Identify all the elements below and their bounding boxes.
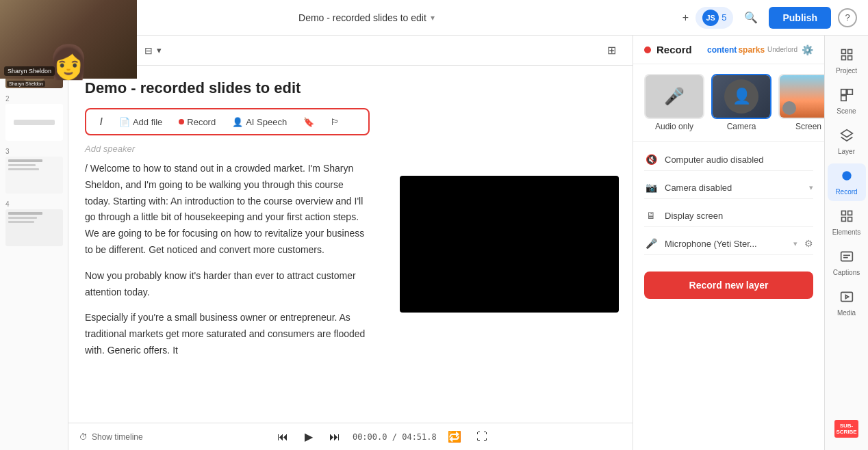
nav-media[interactable]: Media	[828, 284, 866, 322]
nav-project[interactable]: Project	[828, 42, 866, 80]
add-file-icon: 📄	[119, 117, 130, 127]
add-collaborator-icon[interactable]: +	[682, 12, 689, 24]
add-file-label: Add file	[133, 117, 162, 127]
source-audio-only[interactable]: 🎤 Audio only	[644, 74, 704, 131]
slide-thumb-4[interactable]: 4	[4, 199, 64, 248]
slide-thumb-3[interactable]: 3	[4, 146, 64, 195]
subscribe-button[interactable]: SUB-SCRIBE	[834, 420, 858, 438]
search-button[interactable]: 🔍	[740, 7, 762, 29]
display-screen-setting[interactable]: 🖥 Display screen	[644, 204, 813, 227]
write-tab[interactable]: ✏️ Write	[79, 41, 133, 60]
slide-thumb-1[interactable]: 1 👩 Sharyn Sheldon	[4, 41, 64, 90]
record-panel: Record content sparks Underlord ⚙️ 🎤 Aud…	[633, 36, 824, 450]
maximize-button[interactable]	[26, 13, 36, 23]
slash-button[interactable]: /	[93, 114, 110, 130]
write-icon: ✏️	[88, 45, 99, 56]
captions-icon	[840, 250, 854, 267]
slide-title: Demo - recorded slides to edit	[85, 79, 370, 97]
brand-logo-area: content sparks Underlord ⚙️	[707, 44, 813, 55]
skip-back-button[interactable]: ⏮	[273, 427, 292, 447]
svg-marker-7	[841, 130, 852, 137]
record-title: Record	[656, 44, 692, 55]
skip-forward-button[interactable]: ⏭	[325, 427, 344, 447]
record-new-layer-button[interactable]: Record new layer	[644, 272, 813, 299]
svg-rect-0	[841, 50, 845, 54]
loop-button[interactable]: 🔁	[445, 427, 464, 447]
collaborator-group[interactable]: JS 5	[695, 7, 733, 29]
add-file-button[interactable]: 📄 Add file	[112, 114, 169, 130]
split-view-button[interactable]: ⊞	[601, 40, 622, 61]
source-options: 🎤 Audio only 👤 Camera	[633, 64, 824, 142]
media-icon	[840, 290, 854, 307]
svg-rect-13	[841, 252, 852, 261]
slide-thumb-2[interactable]: 2	[4, 94, 64, 142]
microphone-setting[interactable]: 🎤 Microphone (Yeti Ster... ▾ ⚙	[644, 233, 813, 255]
microphone-label: Microphone (Yeti Ster...	[665, 239, 787, 249]
svg-rect-2	[841, 56, 845, 60]
computer-audio-setting[interactable]: 🔇 Computer audio disabled	[644, 148, 813, 171]
svg-rect-9	[841, 211, 845, 215]
layout-tab[interactable]: ⊟ ▾	[136, 41, 170, 60]
main-area: 1 👩 Sharyn Sheldon 2 3	[0, 36, 868, 450]
paragraph-2: Now you probably know it's harder than e…	[85, 268, 370, 301]
svg-rect-4	[841, 90, 846, 95]
source-camera[interactable]: 👤 Camera	[711, 74, 771, 131]
nav-scene[interactable]: Scene	[828, 83, 866, 120]
camera-setting-icon: 📷	[644, 181, 658, 194]
record-title-area: Record	[644, 44, 692, 55]
record-button[interactable]: Record	[172, 114, 222, 130]
ai-speech-label: AI Speech	[246, 117, 287, 127]
add-speaker-label[interactable]: Add speaker	[85, 144, 370, 154]
captions-label: Captions	[833, 269, 860, 276]
publish-button[interactable]: Publish	[769, 7, 831, 29]
nav-elements[interactable]: Elements	[828, 204, 866, 241]
record-nav-label: Record	[835, 188, 857, 196]
svg-marker-17	[845, 295, 848, 299]
text-panel[interactable]: Demo - recorded slides to edit / 📄 Add f…	[68, 66, 386, 423]
help-button[interactable]: ?	[838, 8, 857, 27]
nav-captions[interactable]: Captions	[828, 244, 866, 282]
layout-chevron: ▾	[157, 45, 162, 55]
editor-toolbar: ✏️ Write ⊟ ▾ ⊞	[68, 36, 633, 66]
source-screen[interactable]: Screen	[778, 74, 824, 131]
window-controls	[11, 13, 51, 23]
toolbar-tabs: ✏️ Write ⊟ ▾	[79, 41, 170, 60]
nav-record[interactable]: Record	[828, 163, 866, 201]
slide-preview-2	[5, 104, 63, 141]
layer-label: Layer	[838, 148, 855, 155]
playback-controls: ⏮ ▶ ⏭	[273, 427, 344, 447]
settings-icon[interactable]: ⚙️	[802, 44, 813, 55]
ai-speech-button[interactable]: 👤 AI Speech	[225, 114, 294, 130]
svg-rect-6	[841, 96, 846, 101]
record-dot-icon	[179, 119, 184, 124]
mic-settings-icon[interactable]: ⚙	[804, 238, 813, 249]
close-button[interactable]	[41, 13, 51, 23]
topbar: Demo - recorded slides to edit ▾ + JS 5 …	[0, 0, 868, 36]
text-content[interactable]: / Welcome to how to stand out in a crowd…	[85, 161, 370, 359]
screen-preview	[778, 74, 824, 119]
play-button[interactable]: ▶	[299, 427, 318, 447]
fullscreen-button[interactable]: ⛶	[472, 427, 492, 447]
ai-speech-icon: 👤	[232, 117, 243, 127]
svg-rect-10	[847, 211, 852, 215]
slide-number-3: 3	[5, 148, 63, 155]
flag-icon-button[interactable]: 🏳	[324, 114, 346, 130]
nav-layer[interactable]: Layer	[828, 123, 866, 161]
svg-rect-3	[847, 56, 852, 60]
screen-label: Screen	[795, 122, 821, 131]
bookmark-icon-button[interactable]: 🔖	[296, 114, 321, 130]
display-screen-label: Display screen	[665, 211, 813, 221]
toolbar-right: ⊞	[601, 40, 622, 61]
svg-rect-11	[841, 217, 845, 222]
scene-label: Scene	[837, 107, 856, 115]
paragraph-1: / Welcome to how to stand out in a crowd…	[85, 161, 370, 259]
slide-number-4: 4	[5, 200, 63, 208]
slide-preview-4	[5, 209, 63, 246]
title-chevron-icon[interactable]: ▾	[431, 13, 435, 23]
flag-icon: 🏳	[331, 117, 340, 127]
layout-icon: ⊟	[144, 45, 153, 56]
minimize-button[interactable]	[11, 13, 21, 23]
show-timeline-label[interactable]: Show timeline	[92, 432, 143, 442]
slide-preview-1: 👩 Sharyn Sheldon	[5, 51, 63, 88]
camera-setting[interactable]: 📷 Camera disabled ▾	[644, 176, 813, 199]
